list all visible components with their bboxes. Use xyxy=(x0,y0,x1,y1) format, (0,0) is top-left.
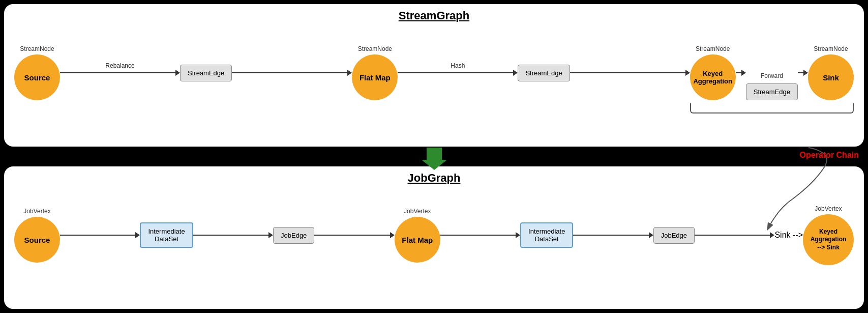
jobgraph-flow: JobVertex Source Intermediate DataSet Jo… xyxy=(14,207,854,263)
jg-flatmap-wrapper: JobVertex Flat Map xyxy=(395,208,440,263)
jg-arrow-4 xyxy=(440,235,520,236)
jg-intds1-wrapper: Intermediate DataSet xyxy=(140,222,193,248)
streamgraph-title: StreamGraph xyxy=(4,4,864,22)
jg-source-node: Source xyxy=(14,217,60,263)
jg-edge1-wrapper: JobEdge xyxy=(273,227,314,244)
jg-source-top-label: JobVertex xyxy=(23,208,50,215)
sg-keyagg-node: Keyed Aggregation xyxy=(690,54,736,100)
operator-chain-label: Operator Chain xyxy=(800,151,859,160)
jg-source-wrapper: JobVertex Source xyxy=(14,208,60,263)
sg-flatmap-wrapper: StreamNode Flat Map xyxy=(352,45,398,100)
jg-keyaggsink-node: Keyed Aggregation --> Sink xyxy=(803,214,854,265)
streamgraph-panel: StreamGraph StreamNode Source Rebalance … xyxy=(4,4,864,147)
sg-source-wrapper: StreamNode Source xyxy=(14,45,60,100)
sg-keyagg-top-label: StreamNode xyxy=(696,45,730,52)
sg-arrow-4 xyxy=(570,72,690,73)
jg-arrow-5 xyxy=(573,235,653,236)
jobgraph-panel: JobGraph JobVertex Source Intermediate D… xyxy=(4,166,864,309)
sg-source-node: Source xyxy=(14,54,60,100)
sg-arrow-3-label: Hash xyxy=(451,62,465,69)
sg-arrow-1: Rebalance xyxy=(60,72,180,73)
jg-edge2-wrapper: JobEdge xyxy=(653,227,695,244)
jg-edge1-node: JobEdge xyxy=(273,227,314,244)
sg-arrow-1-label: Rebalance xyxy=(105,62,134,69)
streamgraph-flow: StreamNode Source Rebalance StreamEdge S… xyxy=(14,45,854,101)
sg-sink-top-label: StreamNode xyxy=(814,45,848,52)
sg-flatmap-node: Flat Map xyxy=(352,54,398,100)
chain-brace xyxy=(690,103,854,113)
sg-forward-label: Forward xyxy=(761,72,783,79)
jg-arrow-1 xyxy=(60,235,140,236)
sg-arrow-3: Hash xyxy=(398,72,518,73)
svg-marker-0 xyxy=(422,148,447,170)
sg-edge1-node: StreamEdge xyxy=(180,65,232,81)
jg-edge2-node: JobEdge xyxy=(653,227,695,244)
jg-intds1-node: Intermediate DataSet xyxy=(140,222,193,248)
sg-arrow-5 xyxy=(736,72,746,73)
sg-chain-group-outer: StreamNode Keyed Aggregation Forward Str… xyxy=(690,45,854,100)
sg-edge1-wrapper: StreamEdge xyxy=(180,65,232,81)
jg-keyaggsink-wrapper: JobVertex Keyed Aggregation --> Sink xyxy=(803,205,854,265)
sg-arrow-6 xyxy=(798,72,808,73)
down-arrow xyxy=(422,148,447,168)
jg-flatmap-node: Flat Map xyxy=(395,217,440,263)
jg-intds2-node: Intermediate DataSet xyxy=(520,222,573,248)
jg-keyaggsink-top-label: JobVertex xyxy=(815,205,842,212)
jg-arrow-3 xyxy=(314,235,394,236)
sg-sink-node: Sink xyxy=(808,54,854,100)
jg-intds2-wrapper: Intermediate DataSet xyxy=(520,222,573,248)
jg-arrow-2 xyxy=(193,235,273,236)
jg-arrow-6 xyxy=(695,235,774,236)
sg-edge3-node: StreamEdge xyxy=(746,83,798,100)
jg-flatmap-top-label: JobVertex xyxy=(404,208,431,215)
sg-source-top-label: StreamNode xyxy=(20,45,54,52)
sg-arrow-2 xyxy=(232,72,352,73)
sg-edge2-wrapper: StreamEdge xyxy=(518,65,570,81)
sg-edge2-node: StreamEdge xyxy=(518,65,570,81)
sg-flatmap-top-label: StreamNode xyxy=(358,45,392,52)
